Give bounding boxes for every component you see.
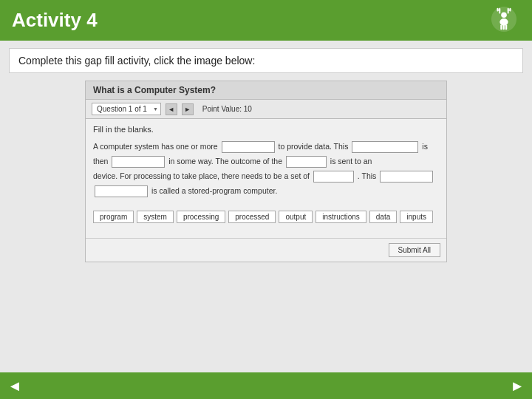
svg-rect-6 bbox=[508, 9, 511, 10]
instruction-bar: Complete this gap fill activity, click t… bbox=[9, 48, 523, 73]
instruction-text: Complete this gap fill activity, click t… bbox=[18, 55, 255, 66]
word-chip[interactable]: instructions bbox=[316, 211, 366, 223]
word-bank: programsystemprocessingprocessedoutputin… bbox=[93, 208, 439, 226]
logo bbox=[488, 4, 520, 37]
svg-rect-11 bbox=[505, 24, 507, 30]
quiz-footer: Submit All bbox=[86, 238, 446, 262]
bottom-nav: ◄ ► bbox=[0, 372, 532, 399]
quiz-box: What is a Computer System? Question 1 of… bbox=[85, 81, 447, 262]
word-chip[interactable]: inputs bbox=[400, 211, 433, 223]
svg-point-8 bbox=[499, 18, 508, 26]
prev-question-button[interactable]: ◄ bbox=[166, 103, 177, 115]
page-title: Activity 4 bbox=[12, 9, 98, 32]
question-nav-label: Question 1 of 1 bbox=[97, 105, 147, 113]
deer-icon bbox=[490, 5, 518, 36]
para-line2-mid: in some way. The outcome of the bbox=[168, 157, 282, 166]
fill-blanks-title: Fill in the blanks. bbox=[93, 125, 439, 134]
svg-rect-9 bbox=[500, 24, 502, 30]
para-line2-end: is sent to an bbox=[330, 157, 372, 166]
blank-3[interactable] bbox=[112, 156, 165, 168]
question-dropdown[interactable]: Question 1 of 1 bbox=[92, 103, 161, 115]
word-chip[interactable]: system bbox=[137, 211, 174, 223]
para-line2-pre: then bbox=[93, 157, 108, 166]
quiz-paragraph: A computer system has one or more to pro… bbox=[93, 140, 439, 199]
para-line3-end: . This bbox=[358, 171, 376, 180]
quiz-body: Fill in the blanks. A computer system ha… bbox=[86, 119, 446, 232]
quiz-nav-bar: Question 1 of 1 ◄ ► Point Value: 10 bbox=[86, 100, 446, 119]
para-line1-end: is bbox=[422, 142, 428, 151]
blank-2[interactable] bbox=[352, 141, 418, 153]
header: Activity 4 bbox=[0, 0, 532, 41]
word-chip[interactable]: processed bbox=[228, 211, 276, 223]
svg-rect-10 bbox=[503, 24, 505, 30]
para-line3-pre: device. For processing to take place, th… bbox=[93, 171, 310, 180]
bottom-right-arrow[interactable]: ► bbox=[510, 378, 525, 395]
word-chip[interactable]: program bbox=[93, 211, 134, 223]
bottom-left-arrow[interactable]: ◄ bbox=[7, 378, 22, 395]
para-line1-pre: A computer system has one or more bbox=[93, 142, 218, 151]
quiz-title: What is a Computer System? bbox=[93, 85, 216, 95]
blank-1[interactable] bbox=[222, 141, 275, 153]
blank-4[interactable] bbox=[286, 156, 327, 168]
svg-rect-3 bbox=[497, 9, 500, 10]
submit-button[interactable]: Submit All bbox=[389, 243, 440, 257]
para-line1-post: to provide data. This bbox=[279, 142, 349, 151]
word-chip[interactable]: data bbox=[369, 211, 397, 223]
para-line4-end: is called a stored-program computer. bbox=[151, 186, 277, 195]
svg-point-7 bbox=[501, 12, 507, 18]
blank-6[interactable] bbox=[380, 171, 433, 183]
main-content: What is a Computer System? Question 1 of… bbox=[0, 81, 532, 262]
quiz-header: What is a Computer System? bbox=[86, 81, 446, 100]
blank-7[interactable] bbox=[95, 185, 148, 197]
blank-5[interactable] bbox=[313, 171, 354, 183]
next-question-button[interactable]: ► bbox=[182, 103, 194, 115]
points-label: Point Value: 10 bbox=[202, 105, 252, 113]
word-chip[interactable]: processing bbox=[177, 211, 225, 223]
word-chip[interactable]: output bbox=[279, 211, 313, 223]
